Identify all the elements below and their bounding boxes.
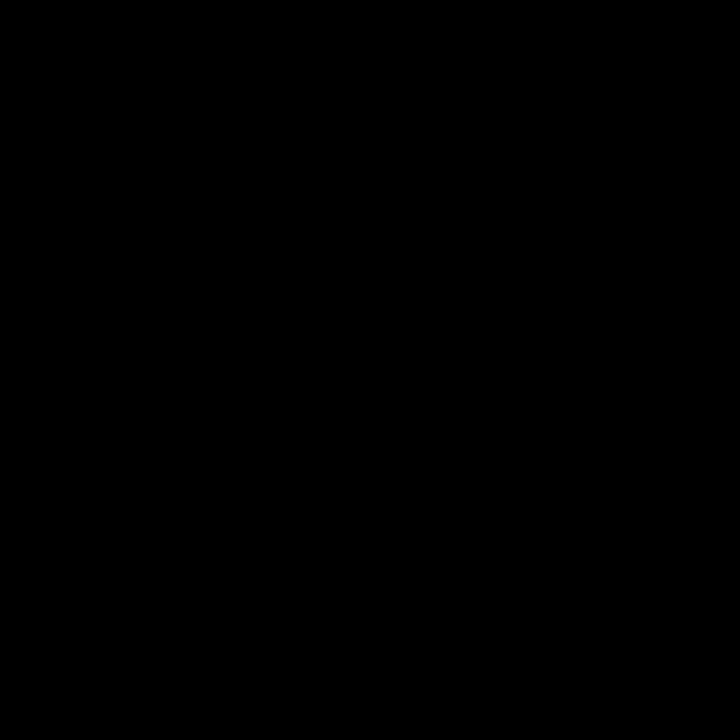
chart-container bbox=[0, 0, 728, 728]
chart-outer-frame bbox=[0, 0, 728, 728]
chart-svg bbox=[0, 0, 728, 728]
